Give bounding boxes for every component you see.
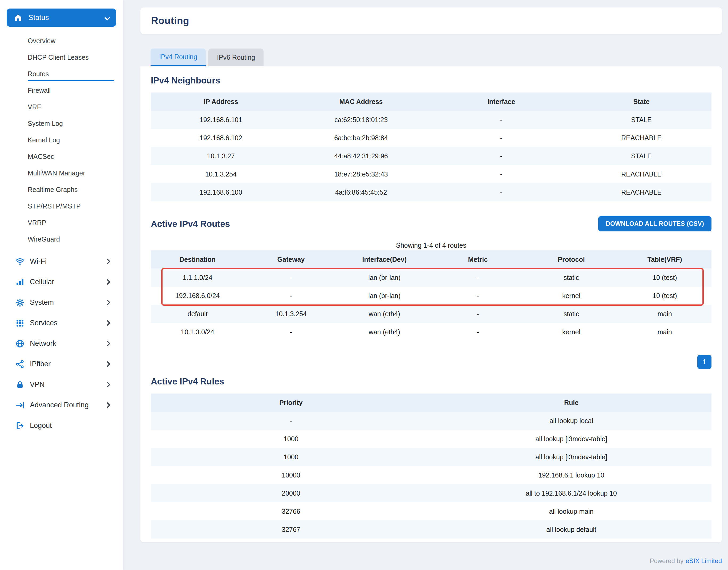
neighbours-table: IP AddressMAC AddressInterfaceState 192.…: [151, 92, 711, 201]
table-row: 1.1.1.0/24 - lan (br-lan) - static 10 (t…: [151, 268, 711, 287]
sidebar-item-status[interactable]: Status: [7, 9, 116, 27]
cell-interface-dev: lan (br-lan): [337, 268, 431, 287]
chevron-down-icon: [104, 15, 110, 20]
cell-ip-address: 10.1.3.254: [151, 165, 291, 183]
esix-limited-link[interactable]: eSIX Limited: [686, 557, 722, 564]
table-row: 10000 192.168.6.1 lookup 10: [151, 466, 711, 484]
table-row: - all lookup local: [151, 411, 711, 430]
cell-protocol: static: [525, 268, 618, 287]
sidebar-item-label: Status: [28, 14, 49, 22]
cell-gateway: -: [244, 268, 338, 287]
submenu-item[interactable]: System Log: [0, 115, 123, 132]
cell-rule: all lookup default: [431, 520, 711, 539]
submenu-item[interactable]: Firewall: [0, 82, 123, 99]
rules-table: PriorityRule - all lookup local 1000 all…: [151, 393, 711, 539]
cell-interface: -: [431, 111, 571, 129]
sidebar-item-advanced-routing[interactable]: Advanced Routing: [0, 395, 123, 415]
sidebar-item-network[interactable]: Network: [0, 333, 123, 354]
cell-rule: 192.168.6.1 lookup 10: [431, 466, 711, 484]
cell-destination: 10.1.3.0/24: [151, 323, 244, 341]
submenu-item[interactable]: Routes: [0, 66, 123, 82]
chevron-right-icon: [105, 361, 110, 367]
sidebar-item-label: Cellular: [30, 278, 54, 286]
cell-interface: -: [431, 165, 571, 183]
sidebar-item-system[interactable]: System: [0, 292, 123, 313]
column-header: Interface(Dev): [337, 250, 431, 268]
cell-gateway: 10.1.3.254: [244, 305, 338, 323]
cell-interface: -: [431, 129, 571, 147]
cell-ip-address: 192.168.6.100: [151, 183, 291, 201]
submenu-item[interactable]: STP/RSTP/MSTP: [0, 198, 123, 214]
tab-ipv6-routing[interactable]: IPv6 Routing: [208, 48, 263, 66]
sidebar-item-label: Logout: [30, 421, 52, 430]
download-routes-csv-button[interactable]: DOWNLOAD ALL ROUTES (CSV): [598, 216, 711, 231]
submenu-item[interactable]: VRF: [0, 99, 123, 115]
table-row: 10.1.3.27 44:a8:42:31:29:96 - STALE: [151, 147, 711, 165]
cell-priority: -: [151, 411, 431, 430]
cell-priority: 1000: [151, 430, 431, 448]
cell-state: REACHABLE: [571, 165, 711, 183]
routes-section-header: Active IPv4 Routes DOWNLOAD ALL ROUTES (…: [151, 216, 711, 231]
sidebar-item-vpn[interactable]: VPN: [0, 374, 123, 395]
table-row: 1000 all lookup [l3mdev-table]: [151, 430, 711, 448]
sidebar-item-label: System: [30, 298, 54, 307]
wifi-icon: [15, 257, 25, 267]
pagination-page-1-button[interactable]: 1: [697, 355, 711, 369]
column-header: Rule: [431, 393, 711, 411]
column-header: Protocol: [525, 250, 618, 268]
gear-icon: [15, 298, 25, 308]
cell-table-vrf: main: [618, 305, 711, 323]
cell-interface-dev: lan (br-lan): [337, 287, 431, 305]
column-header: Table(VRF): [618, 250, 711, 268]
cell-state: STALE: [571, 111, 711, 129]
sidebar-item-cellular[interactable]: Cellular: [0, 272, 123, 292]
neighbours-section-title: IPv4 Neighbours: [151, 75, 711, 85]
cellular-bars-icon: [15, 277, 25, 287]
submenu-item[interactable]: Kernel Log: [0, 132, 123, 148]
submenu-item[interactable]: Realtime Graphs: [0, 181, 123, 198]
cell-rule: all lookup main: [431, 502, 711, 520]
cell-interface-dev: wan (eth4): [337, 305, 431, 323]
rules-section-title: Active IPv4 Rules: [151, 376, 711, 386]
table-header-row: IP AddressMAC AddressInterfaceState: [151, 92, 711, 111]
sidebar-item-wifi[interactable]: Wi-Fi: [0, 251, 123, 272]
cell-state: REACHABLE: [571, 129, 711, 147]
cell-mac-address: 6a:be:ba:2b:98:84: [291, 129, 431, 147]
cell-ip-address: 192.168.6.101: [151, 111, 291, 129]
tab-ipv4-routing[interactable]: IPv4 Routing: [150, 48, 206, 66]
routing-content-card: IPv4 Neighbours IP AddressMAC AddressInt…: [140, 66, 722, 542]
main-content: Routing IPv4 Routing IPv6 Routing IPv4 N…: [123, 0, 728, 570]
sidebar-item-logout[interactable]: Logout: [0, 415, 123, 436]
submenu-item[interactable]: MultiWAN Manager: [0, 165, 123, 181]
submenu-item[interactable]: MACSec: [0, 148, 123, 165]
submenu-item[interactable]: DHCP Client Leases: [0, 49, 123, 66]
submenu-item[interactable]: VRRP: [0, 214, 123, 231]
chevron-right-icon: [105, 382, 110, 387]
table-row: 192.168.6.101 ca:62:50:18:01:23 - STALE: [151, 111, 711, 129]
sidebar-item-label: VPN: [30, 380, 45, 389]
table-header-row: DestinationGatewayInterface(Dev)MetricPr…: [151, 250, 711, 268]
cell-metric: -: [431, 268, 525, 287]
share-nodes-icon: [15, 359, 25, 369]
grid-icon: [15, 318, 25, 328]
cell-rule: all to 192.168.6.1/24 lookup 10: [431, 484, 711, 502]
sidebar-item-ipfiber[interactable]: IPfiber: [0, 354, 123, 374]
cell-destination: 192.168.6.0/24: [151, 287, 244, 305]
page-header: Routing: [140, 7, 722, 34]
table-header-row: PriorityRule: [151, 393, 711, 411]
sidebar-item-label: Network: [30, 339, 56, 348]
submenu-item[interactable]: WireGuard: [0, 231, 123, 247]
cell-priority: 20000: [151, 484, 431, 502]
cell-priority: 1000: [151, 448, 431, 466]
cell-table-vrf: main: [618, 323, 711, 341]
cell-gateway: -: [244, 323, 338, 341]
home-icon: [14, 13, 23, 22]
cell-priority: 32766: [151, 502, 431, 520]
table-row: 32767 all lookup default: [151, 520, 711, 539]
submenu-item[interactable]: Overview: [0, 32, 123, 49]
footer: Powered byeSIX Limited: [140, 557, 722, 565]
cell-rule: all lookup [l3mdev-table]: [431, 448, 711, 466]
table-row: 1000 all lookup [l3mdev-table]: [151, 448, 711, 466]
cell-mac-address: 4a:f6:86:45:45:52: [291, 183, 431, 201]
sidebar-item-services[interactable]: Services: [0, 313, 123, 333]
